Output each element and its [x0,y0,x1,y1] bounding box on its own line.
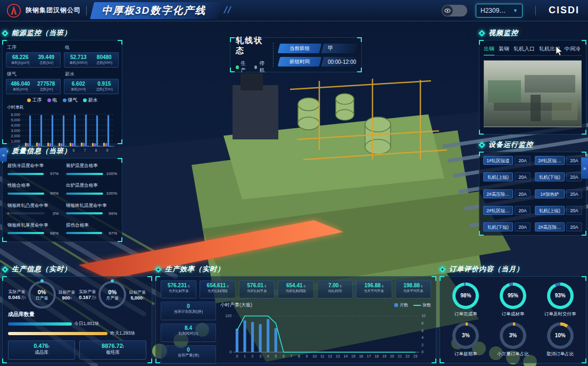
svg-text:5: 5 [275,354,277,358]
video-tab[interactable]: 轧机出口 [539,44,560,55]
legend-bars: 片数 [394,302,408,308]
svg-text:1: 1 [244,354,246,358]
legend-item: 新水 [83,97,98,104]
efficiency-stat-card: 654.611 s当天轧制间隔 [200,280,235,298]
quality-label: 性能合格率 [7,182,59,189]
status-row-label: 当前班组 [277,44,321,53]
svg-text:1,000: 1,000 [11,139,20,143]
device-name[interactable]: 1#轧区辊道 [483,156,513,165]
line-legend-swatch [413,305,421,306]
panel-diamond-icon [479,142,485,148]
order-ring-donut: 98% [452,282,479,309]
svg-text:18: 18 [375,354,379,358]
energy-total-value: 277578 [34,81,60,87]
quality-percent: 100% [105,191,117,196]
device-name[interactable]: 2#轧区辊… [483,206,513,215]
svg-text:120: 120 [225,314,231,318]
svg-text:3,000: 3,000 [11,129,20,132]
orders-eval-panel: 订单评价内容（当月） 98% 订单完成率 95% 订单成材率 93% 订单及时交… [440,264,586,363]
energy-unit-value: 6.602 [65,81,92,87]
equipment-monitor-panel: 设备运行监控 1#轧区辊道 20A 2#轧区辊… 20A 轧机(上辊) 20A … [479,139,586,236]
camera-feed[interactable] [484,60,582,127]
order-ring: 3% 小欠量订单占比 [491,321,536,359]
production-info-panel: 生产信息（实时） 实际产量 0.045万t 0% 日产量 目标产量 900t 实… [2,264,152,363]
svg-text:7: 7 [290,354,292,358]
quality-item: 探伤合格率 97% [66,222,117,237]
energy-total-value: 0.915 [92,81,118,87]
eye-icon [442,5,453,16]
energy-total-value: 39.449 [34,54,60,60]
device-row: 1#加热炉 20A [535,189,582,198]
line-status-panel: 轧线状态 生产停机 当前班组 甲 班组时间 00:00-12:00 [230,37,362,72]
quality-item: 超快冷温度命中率 97% [7,163,59,178]
device-name[interactable]: 2#高压除… [483,189,513,198]
device-name[interactable]: 轧机(下辊) [483,222,513,231]
order-ring: 98% 订单完成率 [443,281,488,319]
video-tab[interactable]: 装钢 [499,44,509,55]
daily-output-percent: 0% [38,289,46,295]
order-ring-label: 订单成材率 [502,311,525,318]
efficiency-panel: 生产效率（实时） 576.231 s当天轧制节奏 654.611 s当天轧制间隔… [155,264,436,363]
yesterday-inventory-bar [8,332,107,335]
visibility-toggle[interactable] [442,5,467,16]
right-collapse-handle[interactable]: » [581,157,588,179]
hourly-output-chart: 0120024681001234567891011121314151617181… [220,309,431,362]
quality-label: 探伤合格率 [66,222,117,229]
status-row: 班组时间 00:00-12:00 [279,57,356,66]
page-title: 中厚板3D数字化产线 [102,4,206,18]
energy-unit-value: 486.040 [7,81,34,87]
efficiency-stat-card: 576.01 s当班轧制节奏 [239,280,275,298]
heat-number-select[interactable]: H2309… ▼ [476,4,523,18]
device-name[interactable]: 轧机(上辊) [483,172,513,181]
legend-item: 工序 [27,97,42,104]
svg-text:13: 13 [336,354,340,358]
svg-text:14: 14 [344,354,348,358]
legend-item: 电 [47,97,57,104]
device-current-value: 20A [566,222,582,231]
legend-item: 煤气 [63,97,78,104]
efficiency-stat-card: 196.88 s当天平均节奏 [356,280,392,298]
quality-panel-title: 质量信息（当班） [12,146,71,156]
device-row: 2#轧区辊… 20A [535,156,582,165]
energy-unit-label: 单耗(kgce/t) [9,60,32,65]
svg-text:0: 0 [229,351,231,354]
header-divider-2 [535,6,536,15]
device-row: 1#轧区辊道 20A [483,156,531,165]
quality-percent: 97% [105,231,117,236]
svg-text:2: 2 [421,343,424,347]
panel-diamond-icon [479,30,485,36]
device-name[interactable]: 1#加热炉 [535,189,565,198]
svg-text:6: 6 [421,329,424,332]
device-name[interactable]: 轧机(上辊) [535,206,565,215]
quality-item: 钢板终轧凸度命中率 3% [7,203,59,218]
video-tab[interactable]: 出钢 [484,44,494,55]
page-title-plate: 中厚板3D数字化产线 [90,2,222,19]
svg-text:5,000: 5,000 [11,118,20,122]
energy-unit-label: 单耗(m³/t) [67,87,90,91]
quality-item: 性能合格率 99% [7,182,59,197]
device-name[interactable]: 轧机(下辊) [535,172,565,181]
device-name[interactable]: 2#高压除… [535,222,565,231]
hourly-chart-title: 小时产量(大板) [220,302,252,309]
video-tab[interactable]: 中间冷 [565,44,581,55]
quality-item: 出炉温度合格率 100% [66,182,117,197]
panel-diamond-icon [440,267,445,272]
svg-text:15: 15 [351,354,355,358]
device-name[interactable]: 2#轧区辊… [535,156,565,165]
device-current-value: 20A [515,156,531,165]
efficiency-side-stat: 0当班产量(块) [161,345,216,364]
svg-text:0: 0 [236,354,238,358]
quality-label: 钢板终轧温度命中率 [66,203,117,209]
status-legend-item[interactable]: 生产 [236,60,249,74]
energy-axis-label: 小时单耗 [7,104,119,110]
quality-info-panel: 质量信息（当班） 超快冷温度命中率 97% 装炉温度合格率 100% 性能合格率… [2,146,122,242]
status-row: 当前班组 甲 [279,44,356,53]
video-tab[interactable]: 轧机入口 [514,44,535,55]
left-collapse-handle[interactable]: « [0,148,7,162]
device-current-value: 20A [515,189,531,198]
energy-group-name: 电 [65,44,119,51]
quality-percent: 3% [47,211,59,216]
status-legend-item[interactable]: 停机 [254,60,268,74]
svg-text:8: 8 [421,321,424,325]
energy-group-name: 煤气 [7,71,61,78]
